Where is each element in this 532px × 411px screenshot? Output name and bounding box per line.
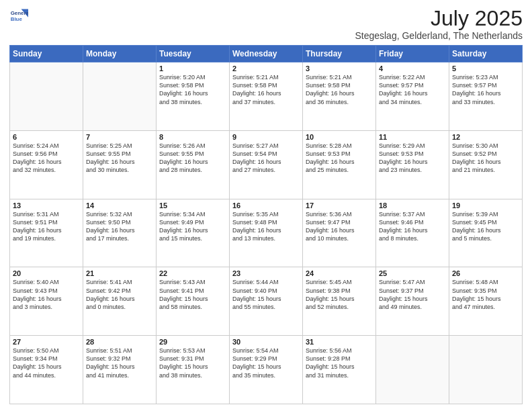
calendar-cell: 18Sunrise: 5:37 AM Sunset: 9:46 PM Dayli… [376,199,449,267]
calendar-cell: 31Sunrise: 5:56 AM Sunset: 9:28 PM Dayli… [303,336,376,404]
week-row-1: 6Sunrise: 5:24 AM Sunset: 9:56 PM Daylig… [10,130,523,199]
day-number: 23 [232,269,300,277]
calendar-cell: 4Sunrise: 5:22 AM Sunset: 9:57 PM Daylig… [376,62,449,131]
day-info: Sunrise: 5:54 AM Sunset: 9:29 PM Dayligh… [232,347,300,379]
day-number: 21 [86,269,153,277]
col-saturday: Saturday [449,46,523,62]
week-row-2: 13Sunrise: 5:31 AM Sunset: 9:51 PM Dayli… [10,199,523,267]
title-block: July 2025 Stegeslag, Gelderland, The Net… [355,7,523,41]
day-number: 10 [306,133,373,141]
col-thursday: Thursday [303,46,376,62]
day-number: 28 [86,338,153,346]
calendar-cell: 14Sunrise: 5:32 AM Sunset: 9:50 PM Dayli… [83,199,157,267]
day-number: 18 [379,201,446,210]
calendar-cell: 27Sunrise: 5:50 AM Sunset: 9:34 PM Dayli… [10,336,83,404]
calendar-cell: 23Sunrise: 5:44 AM Sunset: 9:40 PM Dayli… [230,267,303,336]
day-number: 13 [13,201,80,210]
col-tuesday: Tuesday [157,46,230,62]
calendar-cell: 3Sunrise: 5:21 AM Sunset: 9:58 PM Daylig… [303,62,376,131]
calendar-cell: 12Sunrise: 5:30 AM Sunset: 9:52 PM Dayli… [449,130,523,199]
calendar-cell: 22Sunrise: 5:43 AM Sunset: 9:41 PM Dayli… [157,267,230,336]
day-number: 22 [159,269,226,277]
calendar-cell: 30Sunrise: 5:54 AM Sunset: 9:29 PM Dayli… [230,336,303,404]
subtitle: Stegeslag, Gelderland, The Netherlands [355,30,523,41]
svg-text:Blue: Blue [11,16,23,22]
col-sunday: Sunday [10,46,83,62]
day-info: Sunrise: 5:40 AM Sunset: 9:43 PM Dayligh… [13,278,80,311]
day-number: 25 [379,269,446,277]
day-number: 5 [452,64,519,73]
day-info: Sunrise: 5:35 AM Sunset: 9:48 PM Dayligh… [232,210,300,243]
day-number: 17 [306,201,373,210]
main-title: July 2025 [355,7,523,30]
day-info: Sunrise: 5:27 AM Sunset: 9:54 PM Dayligh… [232,142,300,175]
day-info: Sunrise: 5:34 AM Sunset: 9:49 PM Dayligh… [159,210,226,243]
calendar-cell: 17Sunrise: 5:36 AM Sunset: 9:47 PM Dayli… [303,199,376,267]
week-row-3: 20Sunrise: 5:40 AM Sunset: 9:43 PM Dayli… [10,267,523,336]
day-number: 3 [306,64,373,73]
day-info: Sunrise: 5:29 AM Sunset: 9:53 PM Dayligh… [379,142,446,175]
logo-icon: General Blue [9,7,28,26]
calendar-cell: 5Sunrise: 5:23 AM Sunset: 9:57 PM Daylig… [449,62,523,131]
day-info: Sunrise: 5:21 AM Sunset: 9:58 PM Dayligh… [232,73,300,106]
calendar-cell: 11Sunrise: 5:29 AM Sunset: 9:53 PM Dayli… [376,130,449,199]
calendar-cell: 9Sunrise: 5:27 AM Sunset: 9:54 PM Daylig… [230,130,303,199]
calendar-cell: 15Sunrise: 5:34 AM Sunset: 9:49 PM Dayli… [157,199,230,267]
day-info: Sunrise: 5:47 AM Sunset: 9:37 PM Dayligh… [379,278,446,311]
day-number: 7 [86,133,153,141]
day-number: 9 [232,133,300,141]
day-number: 1 [159,64,226,73]
header-row: Sunday Monday Tuesday Wednesday Thursday… [10,46,523,62]
day-number: 16 [232,201,300,210]
week-row-0: 1Sunrise: 5:20 AM Sunset: 9:58 PM Daylig… [10,62,523,131]
calendar-cell: 20Sunrise: 5:40 AM Sunset: 9:43 PM Dayli… [10,267,83,336]
header: General Blue July 2025 Stegeslag, Gelder… [9,7,523,41]
day-number: 2 [232,64,300,73]
day-info: Sunrise: 5:56 AM Sunset: 9:28 PM Dayligh… [306,347,373,379]
day-number: 24 [306,269,373,277]
day-number: 19 [452,201,519,210]
day-info: Sunrise: 5:39 AM Sunset: 9:45 PM Dayligh… [452,210,519,243]
day-info: Sunrise: 5:43 AM Sunset: 9:41 PM Dayligh… [159,278,226,311]
calendar-cell: 7Sunrise: 5:25 AM Sunset: 9:55 PM Daylig… [83,130,157,199]
calendar-cell: 8Sunrise: 5:26 AM Sunset: 9:55 PM Daylig… [157,130,230,199]
day-info: Sunrise: 5:30 AM Sunset: 9:52 PM Dayligh… [452,142,519,175]
calendar-cell: 19Sunrise: 5:39 AM Sunset: 9:45 PM Dayli… [449,199,523,267]
day-info: Sunrise: 5:24 AM Sunset: 9:56 PM Dayligh… [13,142,80,175]
day-info: Sunrise: 5:26 AM Sunset: 9:55 PM Dayligh… [159,142,226,175]
day-number: 26 [452,269,519,277]
calendar-cell: 13Sunrise: 5:31 AM Sunset: 9:51 PM Dayli… [10,199,83,267]
week-row-4: 27Sunrise: 5:50 AM Sunset: 9:34 PM Dayli… [10,336,523,404]
calendar-cell: 25Sunrise: 5:47 AM Sunset: 9:37 PM Dayli… [376,267,449,336]
day-info: Sunrise: 5:36 AM Sunset: 9:47 PM Dayligh… [306,210,373,243]
calendar-cell: 1Sunrise: 5:20 AM Sunset: 9:58 PM Daylig… [157,62,230,131]
day-number: 6 [13,133,80,141]
calendar-cell: 29Sunrise: 5:53 AM Sunset: 9:31 PM Dayli… [157,336,230,404]
day-number: 14 [86,201,153,210]
day-info: Sunrise: 5:53 AM Sunset: 9:31 PM Dayligh… [159,347,226,379]
day-info: Sunrise: 5:32 AM Sunset: 9:50 PM Dayligh… [86,210,153,243]
col-friday: Friday [376,46,449,62]
day-info: Sunrise: 5:51 AM Sunset: 9:32 PM Dayligh… [86,347,153,379]
day-info: Sunrise: 5:20 AM Sunset: 9:58 PM Dayligh… [159,73,226,106]
day-info: Sunrise: 5:21 AM Sunset: 9:58 PM Dayligh… [306,73,373,106]
calendar-cell [83,62,157,131]
day-number: 8 [159,133,226,141]
calendar-cell: 6Sunrise: 5:24 AM Sunset: 9:56 PM Daylig… [10,130,83,199]
day-info: Sunrise: 5:28 AM Sunset: 9:53 PM Dayligh… [306,142,373,175]
calendar-cell: 28Sunrise: 5:51 AM Sunset: 9:32 PM Dayli… [83,336,157,404]
day-info: Sunrise: 5:23 AM Sunset: 9:57 PM Dayligh… [452,73,519,106]
day-number: 15 [159,201,226,210]
day-number: 30 [232,338,300,346]
day-info: Sunrise: 5:48 AM Sunset: 9:35 PM Dayligh… [452,278,519,311]
day-number: 31 [306,338,373,346]
calendar-table: Sunday Monday Tuesday Wednesday Thursday… [9,45,523,404]
day-info: Sunrise: 5:25 AM Sunset: 9:55 PM Dayligh… [86,142,153,175]
day-number: 27 [13,338,80,346]
day-info: Sunrise: 5:22 AM Sunset: 9:57 PM Dayligh… [379,73,446,106]
calendar-cell: 26Sunrise: 5:48 AM Sunset: 9:35 PM Dayli… [449,267,523,336]
calendar-cell: 10Sunrise: 5:28 AM Sunset: 9:53 PM Dayli… [303,130,376,199]
col-wednesday: Wednesday [230,46,303,62]
day-info: Sunrise: 5:37 AM Sunset: 9:46 PM Dayligh… [379,210,446,243]
calendar-cell: 21Sunrise: 5:41 AM Sunset: 9:42 PM Dayli… [83,267,157,336]
